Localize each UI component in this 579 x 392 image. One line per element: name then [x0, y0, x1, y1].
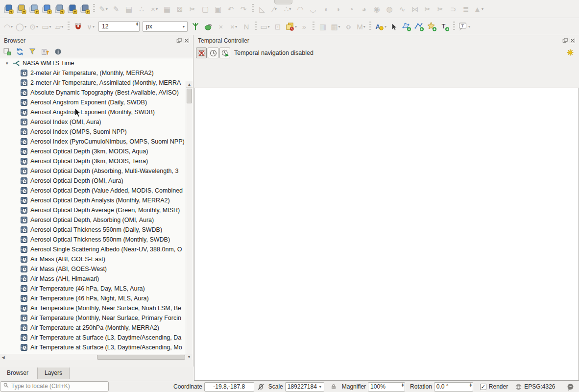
add-virtual-layer-icon[interactable]	[79, 2, 91, 15]
extents-toggle-icon[interactable]	[257, 383, 265, 391]
tree-item[interactable]: 2-meter Air Temperature, (Monthly, MERRA…	[0, 68, 186, 78]
locator-input[interactable]: Type to locate (Ctrl+K)	[0, 381, 109, 392]
render-checkbox[interactable]: ✓	[480, 384, 486, 390]
split-features-icon: ◖	[320, 2, 332, 15]
tree-item[interactable]: Air Temperature (Monthly, Near Surface, …	[0, 303, 186, 313]
tracing-icon[interactable]	[190, 20, 201, 33]
tree-item[interactable]: Aerosol Optical Depth Analysis (Monthly,…	[0, 196, 186, 205]
collapse-all-icon[interactable]	[40, 47, 50, 56]
tab-browser[interactable]: Browser	[0, 368, 35, 379]
layer-labeling-icon[interactable]: A▾	[374, 20, 387, 33]
tree-item[interactable]: Aerosol Optical Depth Average (Green, Mo…	[0, 205, 186, 215]
rotation-label: Rotation	[410, 383, 432, 390]
tree-item[interactable]: Air Temperature at Surface (L3, Daytime/…	[0, 333, 186, 343]
tree-item[interactable]: Aerosol Optical Depth (Value Added, MODI…	[0, 186, 186, 196]
tree-item[interactable]: Air Mass (AHI, Himawari)	[0, 274, 186, 284]
tree-item[interactable]: Aerosol Angstrom Exponent (Monthly, SWDB…	[0, 107, 186, 117]
tree-item[interactable]: Aerosol Angstrom Exponent (Daily, SWDB)	[0, 98, 186, 107]
tree-item[interactable]: Air Mass (ABI, GOES-East)	[0, 254, 186, 264]
tree-item-label: Aerosol Angstrom Exponent (Daily, SWDB)	[30, 99, 147, 106]
filter-by-date-icon[interactable]: ▾	[285, 20, 297, 33]
wmts-temporal-layer-icon	[21, 334, 27, 341]
animated-navigation-icon[interactable]	[219, 48, 230, 58]
expander-icon[interactable]: ▾	[6, 61, 13, 66]
toggle-editing-icon: ✎	[110, 2, 122, 15]
tree-item[interactable]: Air Temperature (46 hPa, Day, MLS, Aura)	[0, 284, 186, 294]
tree-item-label: Aerosol Angstrom Exponent (Monthly, SWDB…	[30, 109, 155, 116]
tree-item[interactable]: Air Mass (ABI, GOES-West)	[0, 264, 186, 274]
tree-item[interactable]: Aerosol Optical Depth (OMI, Aura)	[0, 176, 186, 186]
map-canvas[interactable]	[194, 88, 579, 381]
tree-item[interactable]: Aerosol Optical Thickness 550nm (Monthly…	[0, 235, 186, 245]
vertical-scroll-thumb[interactable]	[187, 89, 192, 103]
toolbar-overflow-icon: »	[298, 20, 310, 33]
messages-button[interactable]	[566, 383, 575, 391]
tree-item[interactable]: Aerosol Optical Depth (Absorbing, Multi-…	[0, 166, 186, 176]
crs-status-button[interactable]: EPSG:4326	[515, 383, 555, 391]
browser-properties-icon[interactable]	[53, 47, 63, 56]
scale-combobox[interactable]: 189227184 ▾	[285, 382, 324, 392]
add-text-annotation-icon[interactable]: T	[439, 20, 451, 33]
split-parts-icon: ◗	[333, 2, 344, 15]
tree-item[interactable]: Air Temperature at Surface (L3, Daytime/…	[0, 343, 186, 352]
scroll-down-icon[interactable]: ▼	[186, 354, 193, 360]
spin-arrows-icon[interactable]: ▴▾	[470, 383, 472, 388]
close-panel-icon[interactable]	[183, 38, 189, 44]
add-line-annotation-icon[interactable]	[413, 20, 425, 33]
close-panel-icon[interactable]	[569, 38, 575, 44]
magnifier-spinbox[interactable]: 100% ▴▾	[368, 382, 405, 392]
data-source-manager-icon[interactable]	[2, 2, 14, 15]
horizontal-scroll-thumb[interactable]	[97, 355, 185, 360]
tree-item-label: Aerosol Optical Depth (Value Added, MODI…	[30, 187, 183, 194]
tree-item[interactable]: Aerosol Optical Depth (3km, MODIS, Terra…	[0, 156, 186, 166]
tree-item[interactable]: Air Temperature at 250hPa (Monthly, MERR…	[0, 323, 186, 333]
scroll-left-icon[interactable]: ◀	[0, 354, 6, 360]
float-panel-icon[interactable]	[176, 38, 182, 44]
move-label-icon[interactable]	[388, 20, 400, 33]
tree-item[interactable]: Air Temperature (46 hPa, Night, MLS, Aur…	[0, 294, 186, 303]
tree-item[interactable]: Air Temperature (Monthly, Near Surface, …	[0, 313, 186, 323]
spin-arrows-icon[interactable]: ▴▾	[402, 383, 404, 388]
stroke-width-spinbox[interactable]: 12 ▴▾	[98, 21, 140, 32]
tree-item[interactable]: Aerosol Optical Depth (3km, MODIS, Aqua)	[0, 147, 186, 156]
tree-item-label: Air Temperature at Surface (L3, Daytime/…	[30, 344, 182, 351]
tree-item[interactable]: Aerosol Single Scattering Albedo (Near-U…	[0, 245, 186, 254]
temporal-status-text: Temporal navigation disabled	[234, 49, 314, 56]
add-selected-layer-icon[interactable]	[2, 47, 12, 56]
tree-item[interactable]: Aerosol Optical Depth, Absorbing (OMI, A…	[0, 215, 186, 225]
text-annotation-icon[interactable]: T▾	[458, 20, 471, 33]
snapping-icon[interactable]	[72, 20, 84, 33]
tab-layers[interactable]: Layers	[37, 368, 70, 379]
tree-item[interactable]: Aerosol Index (OMI, Aura)	[0, 117, 186, 127]
tree-item[interactable]: Absolute Dynamic Topography (Best Availa…	[0, 88, 186, 98]
fixed-range-navigation-icon[interactable]	[208, 48, 218, 58]
filter-browser-icon[interactable]	[27, 47, 37, 56]
modify-attributes-icon: ▦	[161, 2, 173, 15]
add-vector-layer-icon[interactable]	[28, 2, 40, 15]
coordinate-input[interactable]: -19.8,-187.8	[204, 382, 254, 392]
tree-item[interactable]: Aerosol Optical Thickness 550nm (Daily, …	[0, 225, 186, 235]
add-annotation-layer-icon[interactable]	[41, 2, 52, 15]
tree-item[interactable]: 2-meter Air Temperature, Assimilated (Mo…	[0, 78, 186, 88]
tree-item[interactable]: Aerosol Index (PyroCumuloNimbus, OMPS, S…	[0, 137, 186, 147]
add-polygon-annotation-icon[interactable]	[401, 20, 412, 33]
refresh-browser-icon[interactable]	[15, 47, 24, 56]
scroll-up-icon[interactable]: ▲	[186, 81, 193, 88]
add-wms-layer-icon[interactable]	[66, 2, 78, 15]
avoid-intersections-icon[interactable]	[202, 20, 214, 33]
stroke-unit-combobox[interactable]: px ▾	[143, 21, 188, 32]
tree-horizontal-scrollbar[interactable]: ◀ ▶	[0, 354, 186, 360]
add-raster-layer-icon[interactable]	[15, 2, 27, 15]
rotation-spinbox[interactable]: 0.0 ° ▴▾	[434, 382, 473, 392]
tree-item[interactable]: Aerosol Index (OMPS, Suomi NPP)	[0, 127, 186, 137]
lock-scale-icon[interactable]	[330, 383, 337, 390]
toolbar-handle	[313, 22, 314, 31]
tree-vertical-scrollbar[interactable]: ▲	[186, 81, 193, 354]
add-mesh-layer-icon[interactable]	[53, 2, 65, 15]
add-marker-annotation-icon[interactable]	[426, 20, 438, 33]
spin-arrows-icon[interactable]: ▴▾	[136, 22, 138, 26]
temporal-navigation-off-icon[interactable]	[196, 48, 207, 58]
float-panel-icon[interactable]	[562, 38, 568, 44]
temporal-settings-icon[interactable]	[566, 49, 574, 58]
tree-root-nasa-wmts-time[interactable]: ▾ NASA WMTS Time	[0, 58, 186, 68]
